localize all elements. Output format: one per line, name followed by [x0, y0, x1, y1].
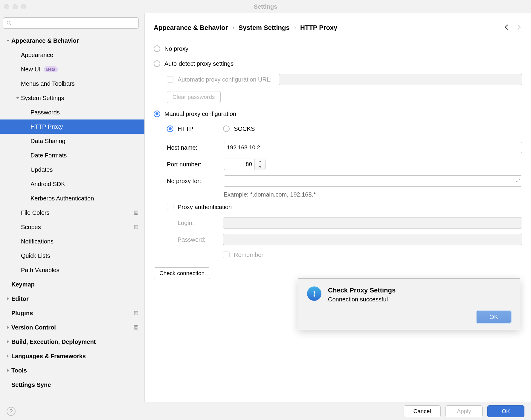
sidebar-item-path-variables[interactable]: Path Variables	[0, 263, 144, 277]
radio-label: Manual proxy configuration	[164, 111, 236, 117]
sidebar-item-new-ui[interactable]: New UIBeta	[0, 62, 144, 76]
sidebar-item-label: Version Control	[11, 324, 56, 331]
sidebar-item-android-sdk[interactable]: Android SDK	[0, 177, 144, 191]
sidebar-item-label: Quick Lists	[21, 252, 50, 259]
sidebar-item-version-control[interactable]: Version Control	[0, 320, 144, 335]
sidebar-item-http-proxy[interactable]: HTTP Proxy	[0, 119, 144, 134]
radio-socks[interactable]	[223, 125, 230, 132]
radio-icon	[154, 111, 160, 117]
sidebar-item-file-colors[interactable]: File Colors	[0, 206, 144, 220]
sidebar-item-build-execution-deployment[interactable]: Build, Execution, Deployment	[0, 335, 144, 349]
radio-label: Auto-detect proxy settings	[164, 60, 234, 67]
sidebar-item-appearance[interactable]: Appearance	[0, 48, 144, 62]
sidebar-item-languages-frameworks[interactable]: Languages & Frameworks	[0, 349, 144, 363]
sidebar-item-quick-lists[interactable]: Quick Lists	[0, 249, 144, 263]
sidebar-item-kerberos-authentication[interactable]: Kerberos Authentication	[0, 191, 144, 206]
nav-forward-icon	[515, 24, 522, 32]
radio-no-proxy[interactable]: No proxy	[154, 41, 522, 56]
traffic-zoom[interactable]	[21, 4, 26, 9]
cancel-button[interactable]: Cancel	[404, 405, 441, 417]
radio-icon	[154, 60, 160, 67]
titlebar: Settings	[0, 0, 531, 13]
dialog-title: Check Proxy Settings	[328, 286, 396, 294]
sidebar-item-appearance-behavior[interactable]: Appearance & Behavior	[0, 33, 144, 48]
sidebar-item-label: Tools	[11, 367, 27, 374]
window-controls	[0, 4, 26, 9]
stepper-up-icon[interactable]	[255, 159, 265, 164]
sidebar-item-notifications[interactable]: Notifications	[0, 234, 144, 249]
remember-label: Remember	[234, 252, 263, 258]
apply-button[interactable]: Apply	[445, 405, 483, 417]
sidebar-item-passwords[interactable]: Passwords	[0, 105, 144, 119]
help-icon[interactable]: ?	[7, 407, 16, 416]
svg-rect-3	[135, 212, 137, 214]
chevron-down-icon[interactable]	[5, 39, 11, 42]
sidebar-item-label: Keymap	[11, 281, 35, 288]
sidebar-item-keymap[interactable]: Keymap	[0, 277, 144, 292]
no-proxy-for-input[interactable]	[224, 175, 522, 187]
sidebar-item-updates[interactable]: Updates	[0, 163, 144, 177]
sidebar-item-tools[interactable]: Tools	[0, 363, 144, 378]
sidebar-item-date-formats[interactable]: Date Formats	[0, 148, 144, 163]
radio-auto-detect[interactable]: Auto-detect proxy settings	[154, 56, 522, 71]
project-settings-icon	[132, 225, 140, 229]
nav-back-icon[interactable]	[503, 24, 510, 32]
sidebar-item-label: Appearance & Behavior	[11, 37, 79, 44]
project-settings-icon	[132, 311, 140, 315]
traffic-minimize[interactable]	[13, 4, 18, 9]
search-field[interactable]	[13, 20, 135, 26]
ok-button[interactable]: OK	[487, 405, 524, 417]
sidebar-item-label: Appearance	[21, 52, 53, 59]
chevron-right-icon[interactable]	[5, 369, 11, 372]
radio-manual[interactable]: Manual proxy configuration	[154, 106, 522, 121]
sidebar-item-menus-and-toolbars[interactable]: Menus and Toolbars	[0, 76, 144, 91]
search-input[interactable]	[3, 17, 139, 29]
stepper-down-icon[interactable]	[255, 164, 265, 170]
radio-http[interactable]	[167, 125, 173, 132]
login-label: Login:	[178, 220, 223, 226]
sidebar-item-settings-sync[interactable]: Settings Sync	[0, 378, 144, 392]
dialog-ok-button[interactable]: OK	[477, 311, 511, 323]
sidebar-item-label: Data Sharing	[30, 138, 65, 145]
password-label: Password:	[178, 236, 223, 243]
breadcrumb-c: HTTP Proxy	[300, 24, 337, 32]
chevron-right-icon[interactable]	[5, 340, 11, 344]
host-name-input[interactable]	[224, 142, 522, 153]
login-input	[223, 217, 522, 229]
host-name-label: Host name:	[167, 144, 224, 151]
sidebar-item-editor[interactable]: Editor	[0, 292, 144, 306]
stepper-buttons[interactable]	[254, 159, 265, 170]
svg-point-0	[7, 21, 10, 24]
sidebar-item-label: Kerberos Authentication	[30, 195, 94, 202]
svg-rect-9	[135, 327, 137, 328]
check-connection-button[interactable]: Check connection	[154, 267, 210, 279]
sidebar-item-data-sharing[interactable]: Data Sharing	[0, 134, 144, 148]
svg-rect-2	[134, 211, 138, 214]
sidebar-item-label: Notifications	[21, 238, 54, 245]
clear-passwords-button[interactable]: Clear passwords	[167, 91, 221, 103]
info-icon: !	[307, 286, 321, 301]
svg-line-1	[10, 24, 11, 25]
breadcrumb-b[interactable]: System Settings	[239, 24, 290, 32]
pac-url-input	[279, 74, 522, 85]
sidebar-item-system-settings[interactable]: System Settings	[0, 91, 144, 105]
port-number-stepper[interactable]	[224, 159, 266, 170]
chevron-right-icon[interactable]	[5, 354, 11, 358]
chevron-right-icon[interactable]	[5, 297, 11, 301]
radio-http-label: HTTP	[178, 125, 193, 132]
svg-rect-6	[134, 311, 138, 315]
chevron-down-icon[interactable]	[14, 96, 21, 100]
proxy-auth-row[interactable]: Proxy authentication	[154, 200, 522, 214]
sidebar-item-scopes[interactable]: Scopes	[0, 220, 144, 234]
breadcrumb-a[interactable]: Appearance & Behavior	[154, 24, 228, 32]
checkbox-proxy-auth[interactable]	[167, 204, 173, 210]
remember-row: Remember	[154, 248, 522, 262]
svg-rect-5	[135, 226, 137, 228]
chevron-right-icon[interactable]	[5, 326, 11, 329]
radio-label: No proxy	[164, 45, 188, 52]
sidebar-item-label: Languages & Frameworks	[11, 353, 86, 360]
expand-icon[interactable]	[516, 177, 520, 184]
traffic-close[interactable]	[4, 4, 9, 9]
sidebar-item-plugins[interactable]: Plugins	[0, 306, 144, 320]
sidebar-item-label: Scopes	[21, 224, 41, 231]
